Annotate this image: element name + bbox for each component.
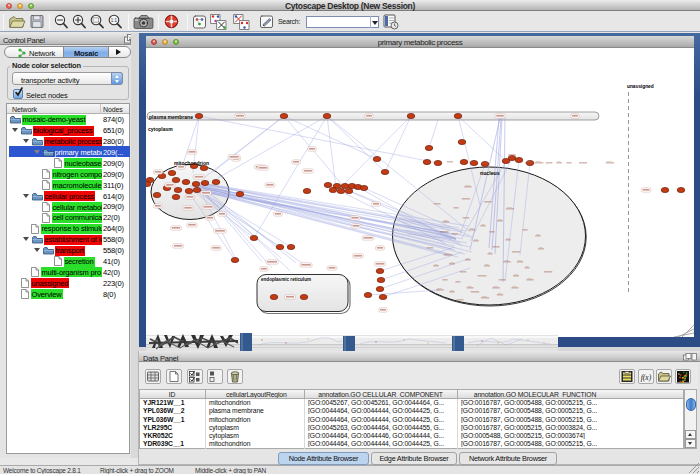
- svg-text:cytoplasm: cytoplasm: [148, 126, 173, 132]
- svg-text:endoplasmic reticulum: endoplasmic reticulum: [261, 277, 311, 282]
- svg-text:nucleus: nucleus: [480, 170, 500, 176]
- svg-text:mitochondrion: mitochondrion: [174, 160, 209, 166]
- svg-text:f(x): f(x): [641, 373, 652, 382]
- svg-text:unassigned: unassigned: [627, 84, 654, 89]
- svg-text:1:1: 1:1: [111, 18, 118, 23]
- svg-text:plasma membrane: plasma membrane: [149, 114, 193, 120]
